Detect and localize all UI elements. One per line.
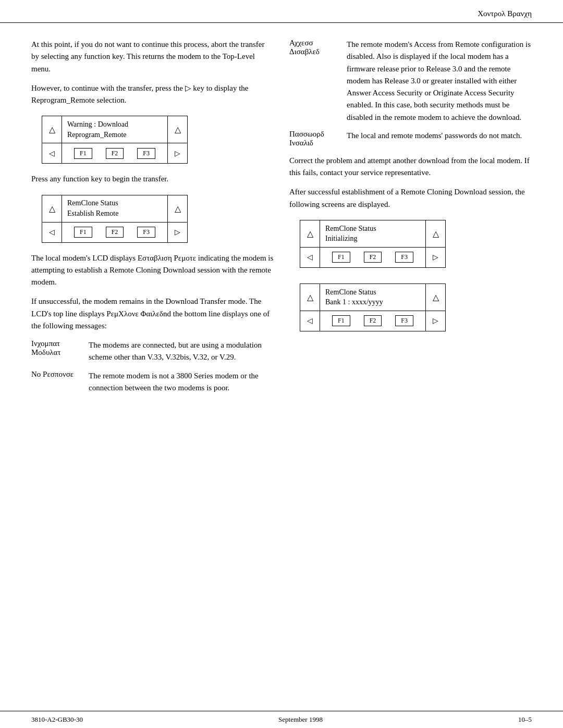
header-title: Χοντρολ Βρανχη — [478, 9, 532, 18]
lcd2-left-btn[interactable]: ◁ — [42, 223, 62, 242]
lcd2-up-btn[interactable]: △ — [42, 195, 62, 222]
right-para2: After successful establishment of a Remo… — [289, 186, 532, 211]
lcd1-f3-btn[interactable]: F3 — [137, 148, 155, 159]
lcd2-line1: RemClone Status — [67, 198, 162, 208]
right-def-list-top: ΑχχεσσΔισαβλεδ The remote modem's Access… — [289, 39, 532, 147]
lcd1-fn-buttons: F1 F2 F3 — [62, 146, 167, 161]
lcd3-up-filled-btn[interactable]: △ — [425, 220, 445, 247]
def-item-noresponse: Νο Ρεσπονσε The remote modem is not a 38… — [31, 370, 274, 394]
lcd3-line2: Initializing — [325, 233, 420, 244]
def-item-passwordinvalid: ΠασσωορδΙνσαλιδ The local and remote mod… — [289, 130, 532, 147]
lcd1-f2-btn[interactable]: F2 — [106, 148, 124, 159]
footer-left: 3810-A2-GB30-30 — [31, 715, 83, 724]
lcd3-left-btn[interactable]: ◁ — [300, 248, 320, 267]
lcd3-f1-btn[interactable]: F1 — [332, 252, 350, 263]
left-para5: If unsuccessful, the modem remains in th… — [31, 295, 274, 332]
lcd2-right-btn[interactable]: ▷ — [167, 223, 187, 242]
lcd4-f2-btn[interactable]: F2 — [364, 315, 382, 326]
lcd2-fn-buttons: F1 F2 F3 — [62, 225, 167, 240]
lcd4-left-btn[interactable]: ◁ — [300, 311, 320, 331]
left-def-list: ΙνχομπατΜοδυλατ The modems are connected… — [31, 339, 274, 394]
left-para1: At this point, if you do not want to con… — [31, 39, 274, 75]
lcd4-fn-buttons: F1 F2 F3 — [320, 313, 425, 328]
lcd1-left-btn[interactable]: ◁ — [42, 143, 62, 163]
lcd4-up-btn[interactable]: △ — [300, 284, 320, 311]
def-term-incompatmod: ΙνχομπατΜοδυλατ — [31, 339, 78, 364]
main-content: At this point, if you do not want to con… — [0, 23, 563, 433]
left-column: At this point, if you do not want to con… — [31, 39, 274, 401]
lcd2-screen: RemClone Status Establish Remote — [62, 195, 167, 222]
lcd4-up-filled-btn[interactable]: △ — [425, 284, 445, 311]
lcd1-line2: Reprogram_Remote — [67, 130, 162, 140]
lcd1-right-btn[interactable]: ▷ — [167, 143, 187, 163]
right-para1: Correct the problem and attempt another … — [289, 155, 532, 179]
lcd3-f3-btn[interactable]: F3 — [395, 252, 413, 263]
lcd1-up-btn[interactable]: △ — [42, 116, 62, 143]
lcd3-line1: RemClone Status — [325, 224, 420, 234]
def-item-incompatmod: ΙνχομπατΜοδυλατ The modems are connected… — [31, 339, 274, 364]
lcd3-up-btn[interactable]: △ — [300, 220, 320, 247]
lcd3-right-btn[interactable]: ▷ — [425, 248, 445, 267]
lcd4-right-btn[interactable]: ▷ — [425, 311, 445, 331]
lcd1-screen: Warning : Download Reprogram_Remote — [62, 116, 167, 143]
left-para2: However, to continue with the transfer, … — [31, 82, 274, 107]
left-para3: Press any function key to begin the tran… — [31, 173, 274, 185]
lcd2-line2: Establish Remote — [67, 208, 162, 219]
lcd1-f1-btn[interactable]: F1 — [74, 148, 92, 159]
def-desc-passwordinvalid: The local and remote modems' passwords d… — [347, 130, 532, 147]
right-column: ΑχχεσσΔισαβλεδ The remote modem's Access… — [289, 39, 532, 401]
lcd-display-1: △ Warning : Download Reprogram_Remote △ … — [42, 116, 188, 164]
lcd2-f2-btn[interactable]: F2 — [106, 227, 124, 238]
lcd1-line1: Warning : Download — [67, 119, 162, 130]
page-footer: 3810-A2-GB30-30 September 1998 10–5 — [0, 711, 563, 728]
lcd2-up-filled-btn[interactable]: △ — [167, 195, 187, 222]
lcd-display-3: △ RemClone Status Initializing △ ◁ F1 F2… — [300, 220, 446, 268]
lcd4-f1-btn[interactable]: F1 — [332, 315, 350, 326]
lcd3-f2-btn[interactable]: F2 — [364, 252, 382, 263]
def-term-passwordinvalid: ΠασσωορδΙνσαλιδ — [289, 130, 336, 147]
def-desc-noresponse: The remote modem is not a 3800 Series mo… — [89, 370, 274, 394]
lcd1-up-filled-btn[interactable]: △ — [167, 116, 187, 143]
def-term-noresponse: Νο Ρεσπονσε — [31, 370, 78, 394]
lcd4-line2: Bank 1 : xxxx/yyyy — [325, 297, 420, 307]
def-item-accessdisabled: ΑχχεσσΔισαβλεδ The remote modem's Access… — [289, 39, 532, 124]
lcd4-line1: RemClone Status — [325, 287, 420, 298]
page-header: Χοντρολ Βρανχη — [0, 0, 563, 23]
lcd4-f3-btn[interactable]: F3 — [395, 315, 413, 326]
lcd2-f3-btn[interactable]: F3 — [137, 227, 155, 238]
lcd-display-4: △ RemClone Status Bank 1 : xxxx/yyyy △ ◁… — [300, 283, 446, 331]
left-para4: The local modem's LCD displays Εσταβλιση… — [31, 252, 274, 289]
lcd3-screen: RemClone Status Initializing — [320, 220, 425, 247]
lcd2-f1-btn[interactable]: F1 — [74, 227, 92, 238]
def-term-accessdisabled: ΑχχεσσΔισαβλεδ — [289, 39, 336, 124]
footer-right: 10–5 — [518, 715, 532, 724]
lcd-display-2: △ RemClone Status Establish Remote △ ◁ F… — [42, 195, 188, 243]
def-desc-accessdisabled: The remote modem's Access from Remote co… — [347, 39, 532, 124]
lcd3-fn-buttons: F1 F2 F3 — [320, 250, 425, 265]
footer-center: September 1998 — [278, 715, 323, 724]
def-desc-incompatmod: The modems are connected, but are using … — [89, 339, 274, 364]
lcd4-screen: RemClone Status Bank 1 : xxxx/yyyy — [320, 284, 425, 311]
